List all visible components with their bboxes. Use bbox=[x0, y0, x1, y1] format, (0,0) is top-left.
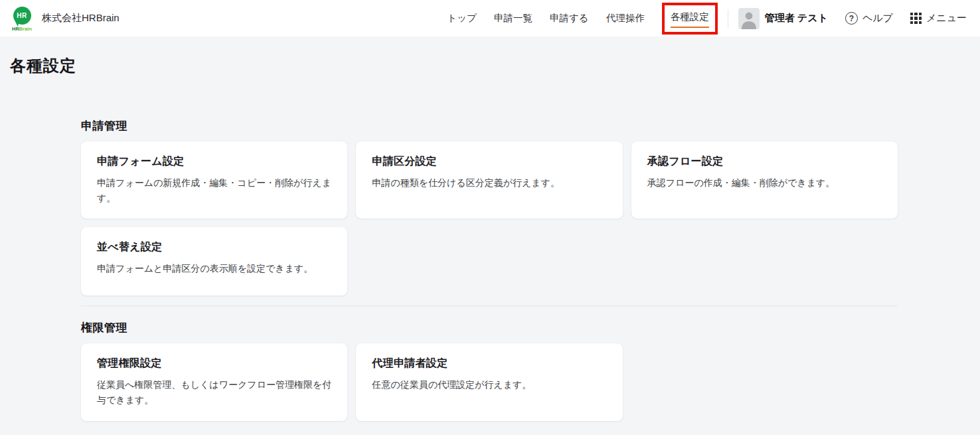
nav-item-proxy-operation[interactable]: 代理操作 bbox=[606, 12, 645, 25]
help-label: ヘルプ bbox=[862, 12, 893, 25]
page-title: 各種設定 bbox=[10, 55, 980, 76]
section-divider bbox=[81, 305, 898, 306]
person-silhouette-icon bbox=[738, 8, 760, 29]
user-name: 管理者 テスト bbox=[765, 12, 828, 25]
section-heading: 申請管理 bbox=[81, 118, 898, 133]
card-application-category-settings[interactable]: 申請区分設定 申請の種類を仕分ける区分定義が行えます。 bbox=[356, 141, 622, 218]
card-description: 申請フォームの新規作成・編集・コピー・削除が行えます。 bbox=[97, 175, 331, 205]
nav-item-application-list[interactable]: 申請一覧 bbox=[494, 12, 532, 25]
section-heading: 権限管理 bbox=[81, 320, 898, 335]
card-title: 管理権限設定 bbox=[97, 357, 331, 371]
card-grid: 申請フォーム設定 申請フォームの新規作成・編集・コピー・削除が行えます。 申請区… bbox=[81, 141, 898, 296]
grid-menu-icon bbox=[910, 13, 922, 24]
settings-page: 各種設定 申請管理 申請フォーム設定 申請フォームの新規作成・編集・コピー・削除… bbox=[0, 37, 980, 435]
card-title: 申請区分設定 bbox=[372, 155, 606, 169]
section-application-management: 申請管理 申請フォーム設定 申請フォームの新規作成・編集・コピー・削除が行えます… bbox=[81, 118, 898, 296]
user-menu[interactable]: 管理者 テスト bbox=[738, 8, 828, 29]
hrbrain-logo-icon: HR HRBrain bbox=[9, 7, 35, 32]
main-nav: トップ 申請一覧 申請する 代理操作 各種設定 bbox=[447, 3, 717, 35]
user-avatar bbox=[738, 8, 760, 29]
card-description: 承認フローの作成・編集・削除ができます。 bbox=[647, 175, 882, 191]
card-title: 代理申請者設定 bbox=[372, 357, 606, 371]
nav-item-top[interactable]: トップ bbox=[447, 12, 477, 25]
menu-button[interactable]: メニュー bbox=[910, 12, 967, 25]
card-title: 並べ替え設定 bbox=[97, 240, 331, 254]
card-description: 申請の種類を仕分ける区分定義が行えます。 bbox=[372, 175, 606, 191]
nav-item-apply[interactable]: 申請する bbox=[550, 12, 589, 25]
red-annotation-box: 各種設定 bbox=[662, 3, 718, 35]
card-proxy-applicant-settings[interactable]: 代理申請者設定 任意の従業員の代理設定が行えます。 bbox=[356, 343, 622, 420]
top-navbar: HR HRBrain 株式会社HRBrain トップ 申請一覧 申請する 代理操… bbox=[0, 0, 980, 37]
card-grid: 管理権限設定 従業員へ権限管理、もしくはワークフロー管理権限を付与できます。 代… bbox=[81, 343, 898, 420]
logo-speech-bubble: HR bbox=[13, 7, 31, 25]
card-title: 承認フロー設定 bbox=[647, 155, 882, 169]
navbar-right: トップ 申請一覧 申請する 代理操作 各種設定 管理者 テスト ? ヘルプ bbox=[447, 3, 967, 35]
card-description: 任意の従業員の代理設定が行えます。 bbox=[372, 377, 606, 392]
brand-area: HR HRBrain 株式会社HRBrain bbox=[9, 5, 120, 32]
card-application-form-settings[interactable]: 申請フォーム設定 申請フォームの新規作成・編集・コピー・削除が行えます。 bbox=[81, 141, 347, 218]
help-button[interactable]: ? ヘルプ bbox=[845, 12, 893, 25]
section-permission-management: 権限管理 管理権限設定 従業員へ権限管理、もしくはワークフロー管理権限を付与でき… bbox=[81, 320, 898, 420]
company-name: 株式会社HRBrain bbox=[42, 12, 120, 25]
card-approval-flow-settings[interactable]: 承認フロー設定 承認フローの作成・編集・削除ができます。 bbox=[631, 141, 898, 218]
card-description: 申請フォームと申請区分の表示順を設定できます。 bbox=[97, 261, 331, 276]
card-title: 申請フォーム設定 bbox=[97, 155, 331, 169]
card-sort-settings[interactable]: 並べ替え設定 申請フォームと申請区分の表示順を設定できます。 bbox=[81, 227, 347, 296]
card-description: 従業員へ権限管理、もしくはワークフロー管理権限を付与できます。 bbox=[97, 377, 331, 407]
nav-item-settings-active[interactable]: 各種設定 bbox=[671, 11, 709, 28]
menu-label: メニュー bbox=[926, 12, 967, 25]
question-circle-icon: ? bbox=[845, 12, 858, 25]
logo-caption: HRBrain bbox=[12, 26, 32, 32]
settings-container: 申請管理 申請フォーム設定 申請フォームの新規作成・編集・コピー・削除が行えます… bbox=[81, 118, 898, 421]
card-admin-permission-settings[interactable]: 管理権限設定 従業員へ権限管理、もしくはワークフロー管理権限を付与できます。 bbox=[81, 343, 347, 420]
header-divider bbox=[728, 9, 728, 28]
